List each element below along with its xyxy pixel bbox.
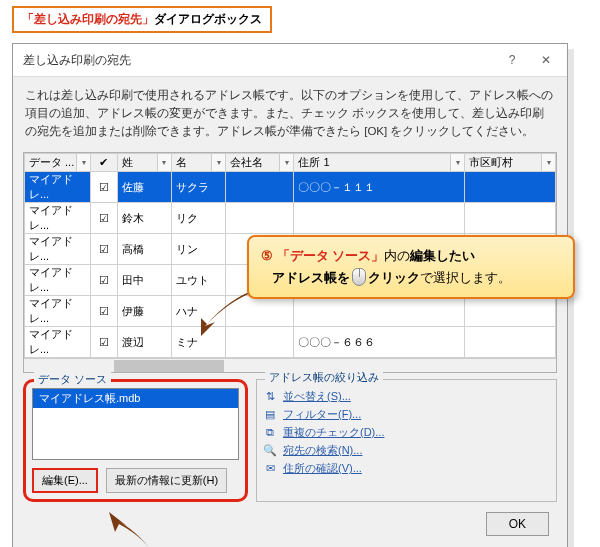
refine-link-row: 🔍宛先の検索(N)...: [263, 443, 550, 458]
column-header[interactable]: 名▾: [171, 154, 225, 172]
caption-red: 「差し込み印刷の宛先」: [22, 12, 154, 26]
ok-button[interactable]: OK: [486, 512, 549, 536]
refine-link-icon: 🔍: [263, 444, 277, 457]
row-checkbox[interactable]: ☑: [91, 172, 117, 203]
caption-black: ダイアログボックス: [154, 12, 262, 26]
table-row[interactable]: マイアドレ...☑伊藤ハナ: [25, 296, 556, 327]
column-header[interactable]: 市区町村▾: [465, 154, 556, 172]
data-source-legend: データ ソース: [34, 372, 111, 387]
refine-link-row: ⇅並べ替え(S)...: [263, 389, 550, 404]
refine-link-row: ▤フィルター(F)...: [263, 407, 550, 422]
refine-legend: アドレス帳の絞り込み: [265, 370, 383, 385]
table-row[interactable]: マイアドレ...☑鈴木リク: [25, 203, 556, 234]
table-row[interactable]: マイアドレ...☑渡辺ミナ〇〇〇－６６６: [25, 327, 556, 358]
dialog-title: 差し込み印刷の宛先: [23, 52, 495, 69]
close-button[interactable]: ✕: [529, 49, 563, 71]
column-header[interactable]: データ ...▾: [25, 154, 91, 172]
refine-link[interactable]: 宛先の検索(N)...: [283, 443, 362, 458]
refine-link-icon: ▤: [263, 408, 277, 421]
dialog-caption-label: 「差し込み印刷の宛先」ダイアログボックス: [12, 6, 272, 33]
edit-button[interactable]: 編集(E)...: [32, 468, 98, 493]
refresh-button[interactable]: 最新の情報に更新(H): [106, 468, 227, 493]
column-header[interactable]: ✔: [91, 154, 117, 172]
column-header[interactable]: 姓▾: [117, 154, 171, 172]
refine-link-icon: ⧉: [263, 426, 277, 439]
refine-link-icon: ⇅: [263, 390, 277, 403]
refine-link-icon: ✉: [263, 462, 277, 475]
callout-step-5: ⑤ 「データ ソース」内の編集したい アドレス帳をクリックで選択します。: [247, 235, 575, 299]
dialog-description: これは差し込み印刷で使用されるアドレス帳です。以下のオプションを使用して、アドレ…: [13, 77, 567, 150]
refine-link[interactable]: 住所の確認(V)...: [283, 461, 362, 476]
refine-link[interactable]: 並べ替え(S)...: [283, 389, 351, 404]
mouse-icon: [352, 268, 366, 286]
refine-link[interactable]: 重複のチェック(D)...: [283, 425, 384, 440]
row-checkbox[interactable]: ☑: [91, 327, 117, 358]
refine-link-row: ⧉重複のチェック(D)...: [263, 425, 550, 440]
column-header[interactable]: 会社名▾: [226, 154, 294, 172]
titlebar: 差し込み印刷の宛先 ? ✕: [13, 44, 567, 77]
row-checkbox[interactable]: ☑: [91, 203, 117, 234]
data-source-fieldset: データ ソース マイアドレス帳.mdb 編集(E)... 最新の情報に更新(H): [23, 379, 248, 502]
row-checkbox[interactable]: ☑: [91, 265, 117, 296]
mailmerge-recipients-dialog: 差し込み印刷の宛先 ? ✕ これは差し込み印刷で使用されるアドレス帳です。以下の…: [12, 43, 568, 547]
row-checkbox[interactable]: ☑: [91, 234, 117, 265]
arrow-to-edit-button: [107, 508, 177, 547]
help-button[interactable]: ?: [495, 49, 529, 71]
data-source-list[interactable]: マイアドレス帳.mdb: [32, 388, 239, 460]
table-row[interactable]: マイアドレ...☑佐藤サクラ〇〇〇－１１１: [25, 172, 556, 203]
row-checkbox[interactable]: ☑: [91, 296, 117, 327]
refine-fieldset: アドレス帳の絞り込み ⇅並べ替え(S)...▤フィルター(F)...⧉重複のチェ…: [256, 379, 557, 502]
column-header[interactable]: 住所 1▾: [294, 154, 465, 172]
refine-link[interactable]: フィルター(F)...: [283, 407, 361, 422]
dialog-footer: OK: [13, 502, 567, 547]
refine-link-row: ✉住所の確認(V)...: [263, 461, 550, 476]
data-source-item[interactable]: マイアドレス帳.mdb: [33, 389, 238, 408]
